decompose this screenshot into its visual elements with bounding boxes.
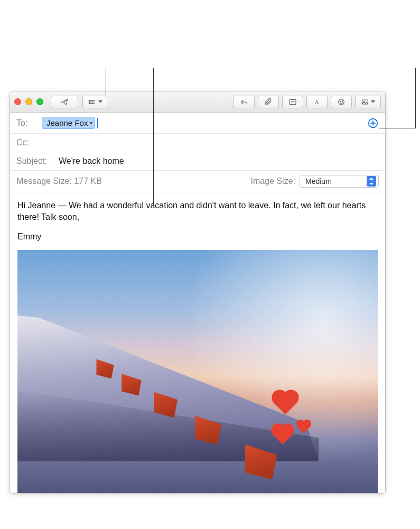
emoji-icon xyxy=(337,98,346,106)
header-fields-icon xyxy=(88,98,97,106)
photo-browser-icon xyxy=(361,98,369,106)
text-cursor xyxy=(97,118,98,128)
window-titlebar: A xyxy=(10,91,385,113)
subject-input[interactable] xyxy=(59,156,379,166)
chevron-down-icon xyxy=(371,100,375,103)
to-label: To: xyxy=(16,118,38,128)
plus-circle-icon xyxy=(367,117,379,129)
message-size-label: Message Size: xyxy=(16,177,72,185)
add-contact-button[interactable] xyxy=(367,117,379,129)
emoji-button[interactable] xyxy=(331,96,352,108)
callout-line-body xyxy=(153,68,154,205)
recipient-pill[interactable]: Jeanne Fox ▾ xyxy=(42,117,95,129)
compose-window: A To: Jeanne Fox ▾ xyxy=(10,91,386,494)
toolbar-right-group: A xyxy=(234,96,381,108)
svg-point-10 xyxy=(342,101,342,101)
subject-label: Subject: xyxy=(16,156,54,166)
zoom-window-button[interactable] xyxy=(36,98,43,105)
to-field-row[interactable]: To: Jeanne Fox ▾ xyxy=(10,113,385,134)
message-size-value: 177 KB xyxy=(74,177,101,185)
image-attachment[interactable] xyxy=(17,250,378,493)
svg-rect-6 xyxy=(290,99,296,104)
select-arrows-icon xyxy=(367,176,376,187)
body-paragraph: Hi Jeanne — We had a wonderful vacation … xyxy=(17,200,378,224)
svg-point-4 xyxy=(89,101,89,102)
svg-text:A: A xyxy=(315,99,319,105)
photo-airplane-wing xyxy=(17,313,319,461)
message-size: Message Size: 177 KB xyxy=(16,177,102,186)
subject-field-row[interactable]: Subject: xyxy=(10,152,385,171)
cc-field-row[interactable]: Cc: xyxy=(10,134,385,152)
image-size-select[interactable]: Medium xyxy=(300,175,379,188)
markup-button[interactable] xyxy=(282,96,303,108)
svg-point-5 xyxy=(89,103,89,104)
cc-label: Cc: xyxy=(16,138,38,147)
photo-browser-button[interactable] xyxy=(355,96,381,108)
reply-icon xyxy=(240,98,248,106)
callout-line-add-contact-h xyxy=(379,128,415,128)
format-button[interactable]: A xyxy=(306,96,328,108)
format-icon: A xyxy=(313,98,321,106)
meta-row: Message Size: 177 KB Image Size: Medium xyxy=(10,171,385,192)
paperclip-icon xyxy=(264,98,273,106)
recipient-name: Jeanne Fox xyxy=(46,118,88,127)
image-size-value: Medium xyxy=(305,177,332,185)
image-size-label: Image Size: xyxy=(251,177,295,186)
header-fields-button[interactable] xyxy=(82,96,108,108)
send-button[interactable] xyxy=(51,96,78,108)
chevron-down-icon: ▾ xyxy=(90,120,92,126)
markup-icon xyxy=(288,98,297,106)
reply-button[interactable] xyxy=(234,96,255,108)
attach-button[interactable] xyxy=(258,96,279,108)
message-body[interactable]: Hi Jeanne — We had a wonderful vacation … xyxy=(10,192,385,493)
chevron-down-icon xyxy=(98,100,102,103)
minimize-window-button[interactable] xyxy=(25,98,32,105)
traffic-lights xyxy=(14,98,43,105)
send-icon xyxy=(60,98,69,106)
callout-line-header-fields xyxy=(106,68,106,99)
body-signoff: Emmy xyxy=(17,231,378,243)
svg-point-8 xyxy=(339,99,344,105)
svg-point-3 xyxy=(89,100,89,100)
close-window-button[interactable] xyxy=(14,98,21,105)
image-size-group: Image Size: Medium xyxy=(251,175,379,188)
svg-point-9 xyxy=(340,101,340,101)
callout-line-add-contact-v xyxy=(415,68,416,128)
